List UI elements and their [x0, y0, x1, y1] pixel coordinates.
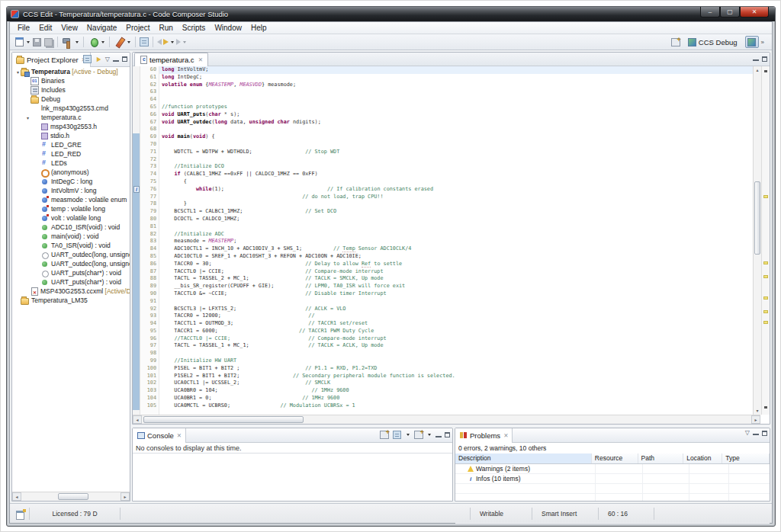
column-header-path[interactable]: Path	[638, 453, 684, 463]
code-line[interactable]	[159, 126, 753, 133]
minimize-view-icon[interactable]	[113, 60, 119, 62]
warning-marker[interactable]	[763, 261, 768, 264]
code-line[interactable]: TACTL = TASSEL_2 + MC_1; // TACLK = SMCL…	[159, 275, 753, 283]
code-line[interactable]: }	[159, 200, 753, 208]
scroll-down-icon[interactable]: ▾	[754, 407, 761, 415]
console-dropdown-icon[interactable]	[407, 434, 410, 436]
warning-marker[interactable]	[763, 321, 768, 324]
maximize-view-icon[interactable]	[445, 432, 450, 437]
problems-close-icon[interactable]: ✕	[503, 432, 508, 439]
scroll-left-icon[interactable]: ◂	[12, 492, 21, 501]
debug-dropdown-icon[interactable]	[101, 41, 104, 43]
tree-item[interactable]: IntVoltmV : long	[12, 186, 130, 195]
code-line[interactable]: void UART_outdec(long data, unsigned cha…	[159, 119, 753, 127]
code-line[interactable]: UCA0CTL1 |= UCSSEL_2; // SMCLK	[159, 380, 753, 387]
tree-item[interactable]: (anonymous)	[12, 168, 130, 177]
minimize-view-icon[interactable]	[435, 436, 442, 438]
new-console-icon[interactable]	[414, 431, 423, 439]
maximize-view-icon[interactable]	[122, 56, 127, 62]
code-line[interactable]: UCA0BR1 = 0; // 1MHz 9600	[159, 395, 753, 402]
code-line[interactable]: BCSCTL1 = CALBC1_1MHZ; // Set DCO	[159, 208, 753, 216]
tree-item[interactable]: UART_outdec(long, unsigned c	[12, 250, 130, 259]
warning-marker[interactable]	[763, 310, 768, 313]
code-line[interactable]: TACCR1 = 6000; // TACCR1 PWM Duty Cycle	[159, 328, 753, 335]
forward-history-dropdown-icon[interactable]	[183, 41, 186, 43]
tree-item[interactable]: UART_puts(char*) : void	[12, 277, 130, 287]
info-marker-icon[interactable]: i	[133, 186, 140, 193]
code-line[interactable]: P1SEL2 = BIT1 + BIT2; // Secondary perip…	[159, 373, 753, 380]
column-header-type[interactable]: Type	[722, 453, 770, 463]
editor-tab-close-icon[interactable]: ✕	[198, 56, 203, 63]
menu-run[interactable]: Run	[154, 23, 177, 33]
column-header-location[interactable]: Location	[683, 453, 722, 463]
expander-open-icon[interactable]: ▾	[15, 69, 21, 75]
tree-item[interactable]: MSP430G2553.ccxml [Active/Defau	[12, 287, 130, 296]
tree-item[interactable]: UART_outdec(long, unsigned c	[12, 259, 130, 268]
menu-help[interactable]: Help	[246, 23, 272, 33]
open-perspective-icon[interactable]	[671, 38, 680, 46]
flash-dropdown-icon[interactable]	[127, 41, 130, 43]
tree-item[interactable]: ▾Temperatura [Active - Debug]	[12, 67, 130, 76]
hscroll-thumb[interactable]	[58, 493, 88, 500]
editor-hscrollbar[interactable]: ◂ ▸	[133, 415, 760, 424]
code-line[interactable]: if (CALBC1_1MHZ ==0xFF || CALDCO_1MHZ ==…	[159, 171, 753, 178]
save-icon[interactable]	[33, 38, 41, 46]
menu-view[interactable]: View	[56, 23, 82, 33]
expander-open-icon[interactable]: ▾	[25, 115, 31, 120]
menu-project[interactable]: Project	[121, 23, 154, 33]
code-line[interactable]: //Initialize HW UART	[159, 357, 753, 365]
code-line[interactable]: TACCTL0 |= CCIE; // Compare-mode interru…	[159, 268, 753, 276]
close-button[interactable]: ✕	[740, 7, 769, 18]
code-line[interactable]: UCA0MCTL = UCBRS0; // Modulation UCBRSx …	[159, 402, 753, 410]
menu-edit[interactable]: Edit	[34, 23, 56, 33]
link-with-editor-icon[interactable]	[97, 56, 101, 61]
maximize-editor-icon[interactable]	[762, 56, 767, 62]
tree-item[interactable]: LEDs	[12, 159, 130, 168]
scroll-left-icon[interactable]: ◂	[133, 415, 142, 424]
code-line[interactable]: measmode = MEASTEMP;	[159, 238, 753, 245]
code-line[interactable]: {	[159, 178, 753, 186]
problems-tab[interactable]: Problems ✕	[455, 428, 513, 443]
scroll-right-icon[interactable]: ▸	[121, 492, 130, 501]
code-line[interactable]	[159, 141, 753, 149]
code-line[interactable]: TACCTL0 &= ~CCIE; // Disable timer Inter…	[159, 290, 753, 298]
code-line[interactable]: TACCR0 = 12000; //	[159, 312, 753, 320]
tree-item[interactable]: UART_puts(char*) : void	[12, 268, 130, 277]
tree-item[interactable]: stdio.h	[12, 131, 130, 140]
tree-item[interactable]: temp : volatile long	[12, 204, 130, 213]
tree-item[interactable]: IntDegC : long	[12, 177, 130, 186]
new-dropdown-icon[interactable]	[27, 41, 30, 43]
collapse-all-icon[interactable]	[83, 55, 92, 63]
build-icon[interactable]	[62, 37, 73, 48]
fast-view-icon[interactable]	[16, 509, 26, 518]
vscroll-thumb[interactable]	[754, 181, 760, 255]
minimize-view-icon[interactable]	[753, 434, 759, 436]
warning-marker[interactable]	[763, 296, 768, 300]
code-line[interactable]: //Initialize DCO	[159, 163, 753, 171]
code-line[interactable]: long IntVoltmV;	[159, 66, 753, 74]
menu-navigate[interactable]: Navigate	[82, 23, 121, 33]
debug-icon[interactable]	[88, 37, 99, 48]
save-all-icon[interactable]	[44, 38, 53, 46]
tree-item[interactable]: TA0_ISR(void) : void	[12, 241, 130, 250]
tree-item[interactable]: Temperatura_LM35	[12, 296, 130, 305]
column-header-resource[interactable]: Resource	[592, 453, 638, 463]
tree-item[interactable]: LED_RED	[12, 149, 130, 159]
minimize-button[interactable]: –	[700, 7, 720, 18]
code-line[interactable]: //function prototypes	[159, 104, 753, 111]
title-bar[interactable]: CCS Edit - Temperatura/temperatura.c - C…	[7, 7, 775, 21]
view-menu-icon[interactable]: ▽	[105, 56, 110, 62]
console-close-icon[interactable]: ✕	[177, 432, 182, 439]
last-edit-location-icon[interactable]	[163, 39, 169, 45]
tree-item[interactable]: lnk_msp430g2553.cmd	[12, 104, 130, 113]
tree-item[interactable]: ADC10_ISR(void) : void	[12, 223, 130, 232]
code-line[interactable]	[159, 96, 753, 104]
project-explorer-hscrollbar[interactable]: ◂ ▸	[12, 492, 130, 501]
code-line[interactable]: // do not load, trap CPU!!	[159, 194, 753, 201]
memory-icon[interactable]	[140, 37, 149, 46]
menu-scripts[interactable]: Scripts	[178, 23, 211, 33]
code-line[interactable]: while(1); // If calibration constants er…	[159, 186, 753, 194]
perspective-overflow-icon[interactable]: »	[761, 39, 764, 46]
tree-item[interactable]: Binaries	[12, 76, 130, 85]
code-line[interactable]	[159, 223, 753, 231]
